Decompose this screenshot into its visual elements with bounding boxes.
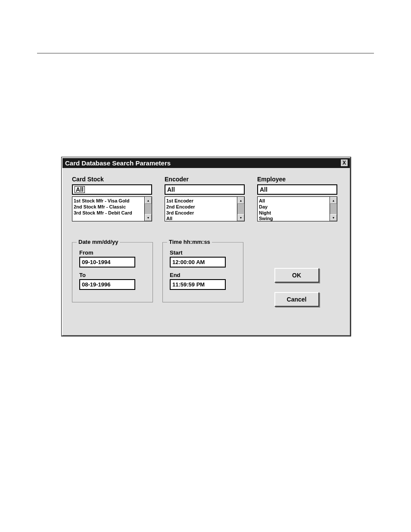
- close-button[interactable]: X: [340, 159, 348, 167]
- list-item[interactable]: Day: [259, 204, 328, 210]
- employee-selected: All: [260, 186, 268, 193]
- dialog-title: Card Database Search Parameters: [65, 159, 171, 167]
- scroll-down-icon[interactable]: ▾: [145, 214, 152, 221]
- scroll-up-icon[interactable]: ▴: [330, 197, 337, 204]
- list-item[interactable]: 2nd Stock Mfr - Classic: [74, 204, 143, 210]
- employee-scrollbar[interactable]: ▴ ▾: [330, 196, 337, 221]
- encoder-items[interactable]: 1st Encoder 2nd Encoder 3rd Encoder All: [165, 196, 237, 221]
- card-stock-scrollbar[interactable]: ▴ ▾: [145, 196, 152, 221]
- scroll-down-icon[interactable]: ▾: [330, 214, 337, 221]
- list-item[interactable]: 1st Encoder: [166, 198, 236, 204]
- time-fieldset: Time hh:mm:ss Start 12:00:00 AM End 11:5…: [162, 242, 243, 302]
- date-legend: Date mm/dd/yy: [77, 239, 120, 245]
- card-stock-selected: All: [75, 186, 85, 193]
- cancel-button[interactable]: Cancel: [274, 292, 319, 307]
- card-stock-listbox[interactable]: 1st Stock Mfr - Visa Gold 2nd Stock Mfr …: [72, 196, 152, 221]
- titlebar: Card Database Search Parameters X: [62, 158, 350, 168]
- card-stock-combo[interactable]: All: [72, 184, 152, 195]
- encoder-combo[interactable]: All: [165, 184, 245, 195]
- dialog-buttons: OK Cancel: [253, 242, 340, 307]
- time-legend: Time hh:mm:ss: [167, 239, 212, 245]
- search-parameters-dialog: Card Database Search Parameters X Card S…: [62, 157, 351, 336]
- time-start-label: Start: [170, 249, 236, 256]
- date-from-label: From: [79, 249, 146, 256]
- employee-listbox[interactable]: All Day Night Swing ▴ ▾: [257, 196, 337, 221]
- encoder-listbox[interactable]: 1st Encoder 2nd Encoder 3rd Encoder All …: [165, 196, 245, 221]
- employee-label: Employee: [257, 176, 340, 183]
- encoder-label: Encoder: [165, 176, 248, 183]
- list-item[interactable]: 1st Stock Mfr - Visa Gold: [74, 198, 143, 204]
- list-item[interactable]: All: [259, 198, 328, 204]
- card-stock-label: Card Stock: [72, 176, 155, 183]
- employee-section: Employee All All Day Night Swing ▴: [257, 176, 340, 221]
- date-fieldset: Date mm/dd/yy From 09-10-1994 To 08-19-1…: [72, 242, 153, 302]
- scroll-track[interactable]: [145, 204, 152, 214]
- list-item[interactable]: Swing: [259, 216, 328, 221]
- list-item[interactable]: Night: [259, 210, 328, 216]
- time-end-input[interactable]: 11:59:59 PM: [170, 279, 226, 290]
- card-stock-section: Card Stock All 1st Stock Mfr - Visa Gold…: [72, 176, 155, 221]
- encoder-scrollbar[interactable]: ▴ ▾: [237, 196, 245, 221]
- employee-items[interactable]: All Day Night Swing: [257, 196, 330, 221]
- list-item[interactable]: All: [166, 216, 236, 221]
- encoder-section: Encoder All 1st Encoder 2nd Encoder 3rd …: [165, 176, 248, 221]
- list-item[interactable]: 3rd Stock Mfr - Debit Card: [74, 210, 143, 216]
- employee-combo[interactable]: All: [257, 184, 337, 195]
- encoder-selected: All: [167, 186, 175, 193]
- card-stock-items[interactable]: 1st Stock Mfr - Visa Gold 2nd Stock Mfr …: [72, 196, 145, 221]
- list-item[interactable]: 2nd Encoder: [166, 204, 236, 210]
- scroll-down-icon[interactable]: ▾: [237, 214, 244, 221]
- ok-button[interactable]: OK: [274, 268, 319, 283]
- scroll-track[interactable]: [330, 204, 337, 214]
- time-end-label: End: [170, 272, 236, 278]
- date-to-label: To: [79, 272, 146, 278]
- date-from-input[interactable]: 09-10-1994: [79, 257, 135, 268]
- date-to-input[interactable]: 08-19-1996: [79, 279, 135, 290]
- scroll-track[interactable]: [237, 204, 244, 214]
- scroll-up-icon[interactable]: ▴: [145, 197, 152, 204]
- horizontal-rule: [37, 53, 374, 53]
- list-item[interactable]: 3rd Encoder: [166, 210, 236, 216]
- close-icon: X: [342, 160, 346, 165]
- time-start-input[interactable]: 12:00:00 AM: [170, 257, 226, 268]
- scroll-up-icon[interactable]: ▴: [237, 197, 244, 204]
